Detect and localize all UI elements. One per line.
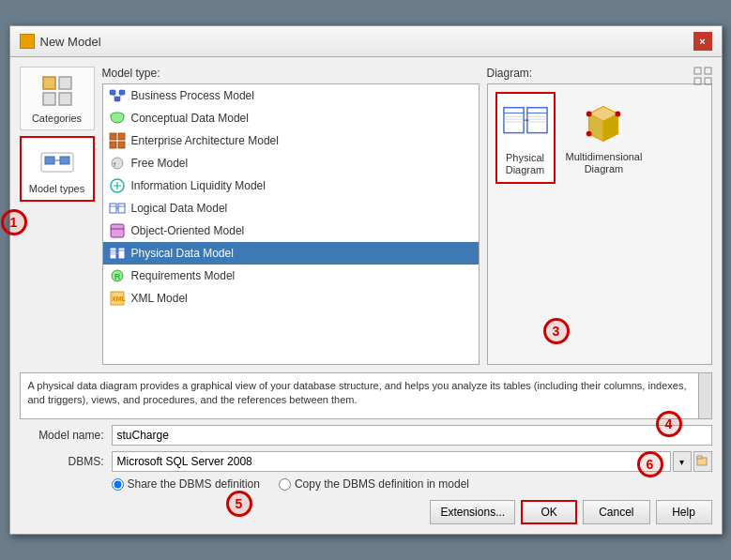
oom-label: Object-Oriented Model <box>131 224 245 237</box>
description-scrollbar[interactable] <box>698 373 711 418</box>
dbms-dropdown-button[interactable]: ▾ <box>673 451 692 472</box>
ldm-label: Logical Data Model <box>131 202 228 215</box>
svg-rect-14 <box>110 133 116 140</box>
radio-share[interactable]: Share the DBMS definition <box>112 477 260 491</box>
new-model-dialog: New Model × Categories <box>9 25 723 535</box>
diagram-item-physical[interactable]: Physical Diagram <box>495 92 556 184</box>
diagram-panel: Diagram: <box>487 67 712 365</box>
model-types-item[interactable]: Model types 1 <box>20 136 95 202</box>
annotation-1: 1 <box>1 209 27 235</box>
model-name-input[interactable] <box>112 425 712 446</box>
categories-item[interactable]: Categories <box>20 67 95 130</box>
dbms-browse-button[interactable] <box>693 451 712 472</box>
svg-rect-8 <box>110 90 115 95</box>
model-type-list: Business Process Model Conceptual Data M… <box>102 83 480 365</box>
categories-icon <box>39 73 75 109</box>
svg-rect-16 <box>110 142 116 148</box>
cancel-button[interactable]: Cancel <box>583 500 649 524</box>
svg-rect-1 <box>59 77 71 89</box>
svg-rect-39 <box>503 108 523 133</box>
radio-copy[interactable]: Copy the DBMS definition in model <box>279 477 469 491</box>
req-label: Requirements Model <box>131 269 236 282</box>
radio-row: Share the DBMS definition Copy the DBMS … <box>112 477 712 491</box>
svg-rect-23 <box>118 204 125 213</box>
title-bar: New Model × <box>10 26 722 57</box>
svg-rect-6 <box>60 157 69 164</box>
dialog-title: New Model <box>40 35 101 49</box>
physical-diagram-label: Physical Diagram <box>501 152 550 176</box>
close-button[interactable]: × <box>693 32 712 51</box>
view-toggle[interactable] <box>693 67 712 88</box>
svg-rect-26 <box>111 224 124 237</box>
physical-diagram-icon <box>501 99 550 148</box>
model-list-item-eam[interactable]: Enterprise Architecture Model <box>103 129 479 152</box>
ldm-icon <box>109 200 126 217</box>
help-button[interactable]: Help <box>656 500 712 524</box>
svg-rect-44 <box>526 108 546 133</box>
svg-rect-59 <box>705 68 711 74</box>
model-type-panel: Model type: Busi <box>102 67 480 365</box>
bpm-label: Business Process Model <box>131 89 254 102</box>
dbms-label: DBMS: <box>20 455 104 468</box>
radio-copy-label: Copy the DBMS definition in model <box>295 477 469 491</box>
bottom-section: A physical data diagram provides a graph… <box>20 372 712 524</box>
model-list-item-cdm[interactable]: Conceptual Data Model <box>103 107 479 129</box>
main-area: Categories Model types <box>20 67 712 365</box>
bpm-icon <box>109 87 126 104</box>
title-bar-left: New Model <box>20 34 101 49</box>
model-list-item-ldm[interactable]: Logical Data Model <box>103 197 479 219</box>
diagram-item-multidim[interactable]: Multidimensional Diagram <box>561 92 647 184</box>
svg-rect-63 <box>697 456 702 459</box>
svg-rect-21 <box>110 204 116 213</box>
dialog-icon <box>20 34 35 49</box>
diagram-panel-label: Diagram: <box>487 67 712 80</box>
radio-share-label: Share the DBMS definition <box>128 477 260 491</box>
model-list-item-req[interactable]: R Requirements Model <box>103 265 479 287</box>
categories-panel: Categories Model types <box>20 67 95 365</box>
eam-icon <box>109 132 126 149</box>
model-list-item-xml[interactable]: XML XML Model <box>103 287 479 310</box>
req-icon: R <box>109 267 126 284</box>
model-list-item-ilm[interactable]: Information Liquidity Model <box>103 174 479 197</box>
pdm-icon <box>109 245 126 262</box>
model-list-item-pdm[interactable]: Physical Data Model <box>103 242 479 265</box>
svg-rect-15 <box>118 133 125 140</box>
model-list-item-bpm[interactable]: Business Process Model <box>103 84 479 107</box>
svg-rect-61 <box>705 78 711 84</box>
button-row: Extensions... OK Cancel Help <box>20 500 712 524</box>
dbms-combo: ▾ <box>112 451 712 472</box>
svg-rect-58 <box>694 68 701 74</box>
cdm-label: Conceptual Data Model <box>131 112 249 125</box>
free-icon: f <box>109 155 126 172</box>
dialog-body: Categories Model types <box>10 57 722 534</box>
multidim-label: Multidimensional Diagram <box>566 151 643 175</box>
xml-label: XML Model <box>131 292 188 305</box>
xml-icon: XML <box>109 290 126 307</box>
svg-rect-3 <box>59 93 71 105</box>
eam-label: Enterprise Architecture Model <box>131 134 279 147</box>
svg-rect-32 <box>118 248 125 259</box>
description-text: A physical data diagram provides a graph… <box>28 380 687 405</box>
extensions-button[interactable]: Extensions... <box>430 500 515 524</box>
svg-text:R: R <box>114 272 121 281</box>
model-name-label: Model name: <box>20 429 104 442</box>
categories-label: Categories <box>32 113 82 124</box>
svg-rect-9 <box>119 90 125 95</box>
svg-rect-5 <box>45 157 54 164</box>
ilm-icon <box>109 177 126 194</box>
pdm-label: Physical Data Model <box>131 247 234 260</box>
svg-point-57 <box>586 131 592 137</box>
description-box: A physical data diagram provides a graph… <box>20 372 712 419</box>
model-types-label: Model types <box>29 183 84 194</box>
dbms-input[interactable] <box>112 451 671 472</box>
model-list-item-free[interactable]: f Free Model <box>103 152 479 174</box>
radio-copy-input[interactable] <box>279 478 291 491</box>
oom-icon <box>109 222 126 239</box>
multidim-icon <box>579 98 628 147</box>
model-type-panel-label: Model type: <box>102 67 480 80</box>
radio-share-input[interactable] <box>112 478 124 491</box>
model-list-item-oom[interactable]: Object-Oriented Model <box>103 219 479 242</box>
svg-text:XML: XML <box>112 295 126 302</box>
ok-button[interactable]: OK <box>521 500 577 524</box>
svg-point-56 <box>616 112 621 117</box>
